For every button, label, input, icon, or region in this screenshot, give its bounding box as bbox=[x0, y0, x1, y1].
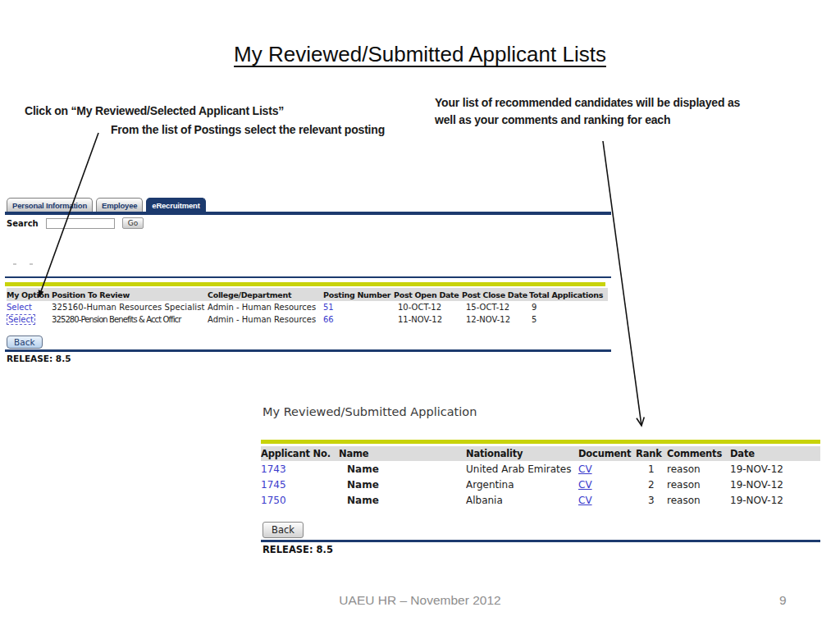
table-accent-bar bbox=[5, 282, 605, 286]
col-position: Position To Review bbox=[52, 288, 208, 301]
slide-number: 9 bbox=[779, 593, 787, 608]
date-cell: 19-NOV-12 bbox=[730, 461, 820, 477]
name-cell: Name bbox=[339, 492, 466, 508]
col-post-open: Post Open Date bbox=[394, 288, 462, 301]
post-open-cell: 10-OCT-12 bbox=[394, 301, 462, 313]
col-document: Document bbox=[578, 446, 636, 461]
annotation-postings: From the list of Postings select the rel… bbox=[111, 123, 385, 136]
applications-table: Applicant No. Name Nationality Document … bbox=[261, 446, 820, 508]
nationality-cell: Albania bbox=[466, 492, 578, 508]
release-label: RELEASE: 8.5 bbox=[262, 544, 333, 555]
go-button[interactable]: Go bbox=[122, 217, 144, 229]
total-cell: 5 bbox=[529, 313, 608, 326]
applicant-no-link[interactable]: 1743 bbox=[261, 463, 286, 475]
total-cell: 9 bbox=[529, 301, 608, 313]
annotation-recommended: Your list of recommended candidates will… bbox=[435, 94, 759, 129]
divider bbox=[261, 540, 820, 542]
screenshot2-title: My Reviewed/Submitted Application bbox=[262, 405, 477, 418]
comments-cell: reason bbox=[667, 492, 730, 508]
tab-erecruitment[interactable]: eRecruitment bbox=[146, 198, 205, 212]
table-header-row: Applicant No. Name Nationality Document … bbox=[261, 446, 820, 461]
name-cell: Name bbox=[339, 461, 466, 477]
back-button[interactable]: Back bbox=[7, 336, 43, 349]
footer-text: UAEU HR – November 2012 bbox=[0, 593, 840, 608]
college-cell: Admin - Human Resources bbox=[208, 313, 323, 326]
position-cell: 325280-Pension Benefits & Acct Officr bbox=[52, 313, 208, 326]
comments-cell: reason bbox=[667, 461, 730, 477]
applicant-no-link[interactable]: 1745 bbox=[261, 479, 286, 491]
erecruitment-postings-screenshot: Personal Information Employee eRecruitme… bbox=[5, 198, 612, 362]
tab-bar: Personal Information Employee eRecruitme… bbox=[7, 198, 206, 212]
search-row: Search Go bbox=[7, 217, 144, 229]
col-name: Name bbox=[339, 446, 466, 461]
annotation-click-lists: Click on “My Reviewed/Selected Applicant… bbox=[25, 104, 284, 117]
page-title: My Reviewed/Submitted Applicant Lists bbox=[0, 42, 840, 67]
post-open-cell: 11-NOV-12 bbox=[394, 313, 462, 326]
reviewed-applications-screenshot: My Reviewed/Submitted Application Applic… bbox=[261, 405, 820, 557]
date-cell: 19-NOV-12 bbox=[730, 492, 820, 508]
rank-cell: 3 bbox=[636, 492, 667, 508]
applicant-no-link[interactable]: 1750 bbox=[261, 495, 286, 506]
rank-cell: 1 bbox=[636, 461, 667, 477]
table-accent-bar bbox=[261, 440, 820, 444]
postings-table: My Option Position To Review College/Dep… bbox=[7, 288, 608, 326]
col-my-option: My Option bbox=[7, 288, 52, 301]
rank-cell: 2 bbox=[636, 477, 667, 492]
post-close-cell: 15-OCT-12 bbox=[462, 301, 529, 313]
position-cell: 325160-Human Resources Specialist bbox=[52, 301, 208, 313]
name-cell: Name bbox=[339, 477, 466, 492]
table-row: 1745 Name Argentina CV 2 reason 19-NOV-1… bbox=[261, 477, 820, 492]
cv-link[interactable]: CV bbox=[578, 479, 592, 491]
table-header-row: My Option Position To Review College/Dep… bbox=[7, 288, 608, 301]
divider bbox=[5, 276, 611, 278]
release-label: RELEASE: 8.5 bbox=[7, 354, 71, 363]
tab-personal-information[interactable]: Personal Information bbox=[7, 198, 93, 212]
col-college: College/Department bbox=[208, 288, 323, 301]
search-input[interactable] bbox=[46, 218, 115, 229]
nationality-cell: United Arab Emirates bbox=[466, 461, 578, 477]
artifact-dot bbox=[30, 263, 33, 265]
col-date: Date bbox=[730, 446, 820, 461]
table-row: 1743 Name United Arab Emirates CV 1 reas… bbox=[261, 461, 820, 477]
search-label: Search bbox=[7, 219, 39, 228]
table-row: Select 325280-Pension Benefits & Acct Of… bbox=[7, 313, 608, 326]
select-link[interactable]: Select bbox=[7, 314, 35, 325]
tab-bar-underline bbox=[5, 212, 611, 215]
post-close-cell: 12-NOV-12 bbox=[462, 313, 529, 326]
col-total-applications: Total Applications bbox=[529, 288, 608, 301]
nationality-cell: Argentina bbox=[466, 477, 578, 492]
col-applicant-no: Applicant No. bbox=[261, 446, 339, 461]
col-post-close: Post Close Date bbox=[462, 288, 529, 301]
college-cell: Admin - Human Resources bbox=[208, 301, 323, 313]
tab-employee[interactable]: Employee bbox=[96, 198, 143, 212]
select-link[interactable]: Select bbox=[7, 303, 32, 312]
col-rank: Rank bbox=[636, 446, 667, 461]
col-comments: Comments bbox=[667, 446, 730, 461]
table-row: Select 325160-Human Resources Specialist… bbox=[7, 301, 608, 313]
posting-number-link[interactable]: 51 bbox=[323, 303, 334, 312]
back-button[interactable]: Back bbox=[262, 522, 304, 538]
cv-link[interactable]: CV bbox=[578, 463, 592, 475]
date-cell: 19-NOV-12 bbox=[730, 477, 820, 492]
slide: My Reviewed/Submitted Applicant Lists Cl… bbox=[0, 0, 840, 630]
artifact-dot bbox=[13, 263, 16, 265]
col-posting-number: Posting Number bbox=[323, 288, 394, 301]
posting-number-link[interactable]: 66 bbox=[323, 315, 334, 324]
divider bbox=[5, 349, 611, 352]
col-nationality: Nationality bbox=[466, 446, 578, 461]
comments-cell: reason bbox=[667, 477, 730, 492]
table-row: 1750 Name Albania CV 3 reason 19-NOV-12 bbox=[261, 492, 820, 508]
cv-link[interactable]: CV bbox=[578, 495, 592, 506]
